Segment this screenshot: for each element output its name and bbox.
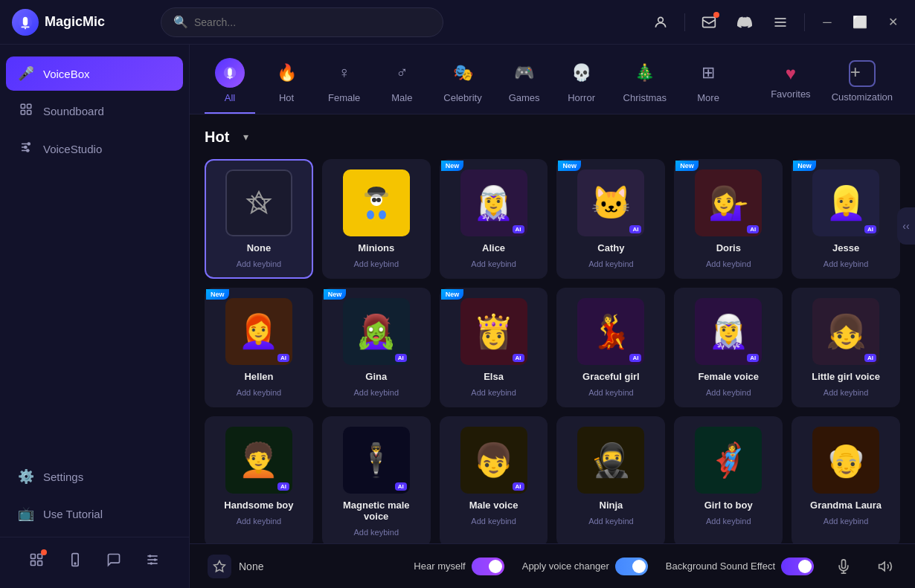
voice-card-hellen[interactable]: New 👩‍🦰 AI Hellen Add keybind <box>205 288 313 407</box>
sidebar-chat-icon[interactable] <box>100 546 127 573</box>
current-voice: None <box>208 555 263 578</box>
voice-card-none[interactable]: None Add keybind <box>205 159 313 279</box>
tab-more-label: More <box>697 92 719 103</box>
sidebar-item-voicebox[interactable]: 🎤 VoiceBox <box>6 56 183 91</box>
sidebar-sliders-icon[interactable] <box>139 546 166 573</box>
sidebar-item-settings[interactable]: ⚙️ Settings <box>6 459 183 494</box>
tab-horror[interactable]: 💀 Horror <box>556 52 607 114</box>
divider-2 <box>804 13 805 31</box>
tab-female[interactable]: ♀ Female <box>318 52 370 114</box>
tab-favorites-label: Favorites <box>771 88 810 100</box>
user-icon[interactable] <box>649 10 672 34</box>
search-bar[interactable]: 🔍 <box>161 7 443 37</box>
hear-myself-toggle[interactable] <box>472 558 504 575</box>
sidebar-item-soundboard[interactable]: Soundboard <box>6 94 183 129</box>
card-avatar: 👦 AI <box>460 427 527 494</box>
card-name: Handsome boy <box>224 500 293 511</box>
tab-christmas[interactable]: 🎄 Christmas <box>613 52 678 114</box>
voice-card-ninja[interactable]: 🥷 Ninja Add keybind <box>556 416 665 543</box>
voice-card-doris[interactable]: New 💁‍♀️ AI Doris Add keybind <box>674 159 783 279</box>
sidebar: 🎤 VoiceBox Soundboard <box>0 45 190 588</box>
svg-point-3 <box>658 17 664 22</box>
tab-all[interactable]: All <box>205 52 255 114</box>
apply-voice-toggle[interactable] <box>615 558 648 575</box>
voice-card-gina[interactable]: New 🧟‍♀️ AI Gina Add keybind <box>322 288 431 407</box>
tab-more[interactable]: ⊞ More <box>683 52 733 114</box>
voice-card-alice[interactable]: New 🧝‍♀️ AI Alice Add keybind <box>440 159 548 279</box>
sidebar-item-tutorial[interactable]: 📺 Use Tutorial <box>6 497 183 531</box>
apply-voice-knob <box>632 560 646 573</box>
ai-badge: AI <box>395 482 407 491</box>
tab-hot-icon: 🔥 <box>272 58 301 88</box>
ai-badge: AI <box>864 354 876 362</box>
svg-point-15 <box>28 143 30 145</box>
svg-rect-4 <box>703 17 716 27</box>
voice-card-jesse[interactable]: New 👱‍♀️ AI Jesse Add keybind <box>792 159 900 279</box>
tab-celebrity-label: Celebrity <box>443 92 481 103</box>
voice-card-grandma[interactable]: 👴 Grandma Laura Add keybind <box>792 416 900 543</box>
apply-voice-label: Apply voice changer <box>522 560 609 572</box>
card-sub: Add keybind <box>353 528 399 537</box>
mic-bottom-icon[interactable] <box>832 555 855 578</box>
new-badge: New <box>441 289 464 300</box>
tab-customization-icon: + <box>849 60 876 87</box>
voice-card-cathy[interactable]: New 🐱 AI Cathy Add keybind <box>556 159 665 279</box>
ai-badge: AI <box>747 354 759 362</box>
collapse-sidebar-button[interactable]: ‹‹ <box>897 207 915 245</box>
voice-card-elsa[interactable]: New 👸 AI Elsa Add keybind <box>440 288 548 407</box>
card-name: Girl to boy <box>704 500 753 511</box>
card-name: None <box>247 242 272 253</box>
svg-rect-20 <box>31 561 36 566</box>
card-sub: Add keybind <box>471 388 516 397</box>
speaker-bottom-icon[interactable] <box>873 555 897 578</box>
tab-more-icon: ⊞ <box>693 58 723 88</box>
tab-male[interactable]: ♂ Male <box>376 52 427 114</box>
sidebar-phone-icon[interactable] <box>62 546 89 573</box>
svg-point-23 <box>74 563 76 564</box>
card-name: Cathy <box>597 242 624 253</box>
card-avatar: 💁‍♀️ AI <box>695 169 762 236</box>
bg-sound-control: Background Sound Effect <box>666 558 814 575</box>
search-input[interactable] <box>194 16 431 28</box>
ai-badge: AI <box>513 225 524 233</box>
apply-voice-control: Apply voice changer <box>522 558 648 575</box>
card-avatar: 🧟‍♀️ AI <box>343 298 410 365</box>
sidebar-item-voicestudio[interactable]: VoiceStudio <box>6 132 183 167</box>
tab-customization[interactable]: + Customization <box>824 54 900 112</box>
ai-badge: AI <box>864 225 876 233</box>
voice-card-minions[interactable]: Minions Add keybind <box>322 159 431 279</box>
voice-card-graceful[interactable]: 💃 AI Graceful girl Add keybind <box>556 288 665 407</box>
maximize-button[interactable]: ⬜ <box>850 12 870 33</box>
card-name: Magnetic male voice <box>333 500 420 522</box>
card-sub: Add keybind <box>237 517 282 526</box>
voicestudio-label: VoiceStudio <box>43 143 102 155</box>
bg-sound-toggle[interactable] <box>781 558 814 575</box>
card-sub: Add keybind <box>471 517 516 526</box>
section-dropdown-button[interactable]: ▾ <box>235 126 256 147</box>
voice-card-little[interactable]: 👧 AI Little girl voice Add keybind <box>792 288 900 407</box>
ai-badge: AI <box>747 225 759 233</box>
current-voice-name: None <box>239 560 263 572</box>
voice-card-female[interactable]: 🧝‍♀️ AI Female voice Add keybind <box>674 288 783 407</box>
discord-icon[interactable] <box>733 10 757 34</box>
tab-hot[interactable]: 🔥 Hot <box>261 52 312 114</box>
voice-grid: None Add keybind Minions Add keybind New… <box>205 159 900 543</box>
tab-favorites[interactable]: ♥ Favorites <box>763 57 818 109</box>
voice-card-male[interactable]: 👦 AI Male voice Add keybind <box>440 416 548 543</box>
close-button[interactable]: ✕ <box>882 12 903 33</box>
mail-icon[interactable] <box>697 10 721 34</box>
tab-games[interactable]: 🎮 Games <box>498 52 550 114</box>
svg-point-16 <box>25 146 27 149</box>
voice-card-girl2boy[interactable]: 🦸 Girl to boy Add keybind <box>674 416 783 543</box>
menu-icon[interactable] <box>768 10 792 34</box>
sidebar-grid-icon[interactable] <box>23 546 50 573</box>
minimize-button[interactable]: ─ <box>817 12 838 33</box>
card-avatar: 🧑‍🦱 AI <box>225 427 292 494</box>
tab-celebrity[interactable]: 🎭 Celebrity <box>433 52 492 114</box>
voice-card-handsome[interactable]: 🧑‍🦱 AI Handsome boy Add keybind <box>205 416 313 543</box>
card-avatar: 🦸 <box>695 427 762 494</box>
tab-male-icon: ♂ <box>387 58 417 88</box>
card-avatar: 🕴 AI <box>343 427 410 494</box>
tab-christmas-icon: 🎄 <box>630 58 660 88</box>
voice-card-magnetic[interactable]: 🕴 AI Magnetic male voice Add keybind <box>322 416 431 543</box>
